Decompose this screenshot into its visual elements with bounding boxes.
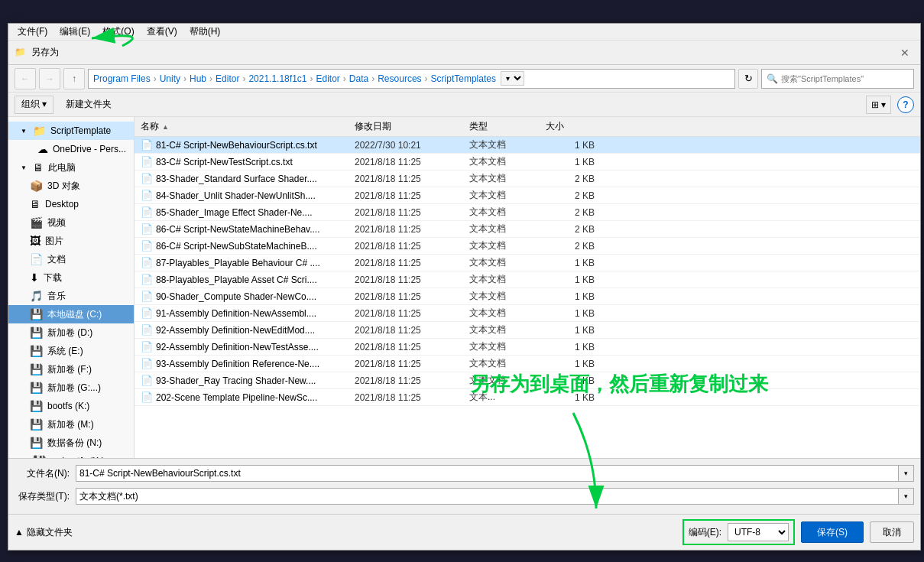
file-name-cell: 📄 83-Shader_Standard Surface Shader.... (135, 173, 349, 184)
file-row[interactable]: 📄 85-Shader_Image Effect Shader-Ne.... 2… (135, 204, 920, 221)
file-row[interactable]: 📄 90-Shader_Compute Shader-NewCo.... 202… (135, 288, 920, 305)
sidebar-label-drive-e: 系统 (E:) (47, 345, 83, 358)
file-icon: 📄 (141, 324, 153, 336)
file-row[interactable]: 📄 84-Shader_Unlit Shader-NewUnlitSh.... … (135, 187, 920, 204)
sidebar-item-drive-e[interactable]: 💾 系统 (E:) (8, 342, 134, 360)
sidebar-item-scripttemplates[interactable]: ▼ 📁 ScriptTemplate (8, 122, 134, 140)
sidebar-item-drive-f[interactable]: 💾 新加卷 (F:) (8, 360, 134, 378)
file-list-scroll[interactable]: 📄 81-C# Script-NewBehaviourScript.cs.txt… (135, 137, 920, 458)
file-row[interactable]: 📄 93-Assembly Definition Reference-Ne...… (135, 356, 920, 372)
sidebar-label-onedrive: OneDrive - Pers... (53, 144, 126, 154)
sidebar-item-3dobjects[interactable]: 📦 3D 对象 (8, 177, 134, 195)
col-header-name[interactable]: 名称 ▲ (135, 120, 349, 133)
file-row[interactable]: 📄 91-Assembly Definition-NewAssembl.... … (135, 305, 920, 322)
breadcrumb-unity[interactable]: Unity (160, 73, 180, 84)
organize-button[interactable]: 组织 ▾ (15, 96, 53, 114)
sidebar-item-drive-d[interactable]: 💾 新加卷 (D:) (8, 323, 134, 342)
file-type: 文本文档 (463, 256, 540, 269)
sidebar-item-pictures[interactable]: 🖼 图片 (8, 232, 134, 250)
file-date: 2021/8/18 11:25 (349, 174, 463, 184)
close-button[interactable]: ✕ (896, 44, 914, 62)
menu-file[interactable]: 文件(F) (11, 24, 53, 40)
refresh-button[interactable]: ↻ (738, 69, 758, 89)
sidebar-item-local-c[interactable]: 💾 本地磁盘 (C:) (8, 305, 134, 323)
sidebar-label-drive-m: 新加卷 (M:) (47, 418, 94, 431)
file-row[interactable]: 📄 86-C# Script-NewStateMachineBehav.... … (135, 221, 920, 238)
sidebar-item-videos[interactable]: 🎬 视频 (8, 213, 134, 232)
title-bar: 📁 另存为 ✕ (8, 41, 920, 65)
sidebar-item-onedrive[interactable]: ☁ OneDrive - Pers... (8, 140, 134, 158)
file-name-cell: 📄 93-Assembly Definition Reference-Ne...… (135, 358, 349, 369)
filetype-input[interactable] (76, 488, 899, 505)
file-date: 2021/8/18 11:25 (349, 308, 463, 319)
encoding-select[interactable]: UTF-8 (728, 523, 789, 541)
file-date: 2021/8/18 11:25 (349, 258, 463, 268)
filetype-dropdown[interactable]: ▾ (899, 488, 914, 505)
file-size: 1 KB (540, 325, 601, 336)
menu-help[interactable]: 帮助(H) (183, 24, 227, 40)
breadcrumb-dropdown[interactable]: ▾ (501, 71, 524, 86)
file-date: 2021/8/18 11:25 (349, 291, 463, 302)
sidebar-item-drive-m[interactable]: 💾 新加卷 (M:) (8, 415, 134, 434)
file-row[interactable]: 📄 92-Assembly Definition-NewTestAsse....… (135, 339, 920, 356)
sidebar-item-music[interactable]: 🎵 音乐 (8, 287, 134, 305)
menu-edit[interactable]: 编辑(E) (53, 24, 96, 40)
breadcrumb[interactable]: Program Files › Unity › Hub › Editor › 2… (88, 69, 735, 89)
file-name-cell: 📄 86-C# Script-NewStateMachineBehav.... (135, 223, 349, 235)
filename-dropdown[interactable]: ▾ (899, 465, 914, 482)
breadcrumb-hub[interactable]: Hub (190, 73, 206, 84)
filename-input[interactable] (76, 465, 899, 482)
col-header-size[interactable]: 大小 (540, 120, 601, 133)
search-input[interactable] (781, 74, 909, 83)
file-date: 2021/8/18 11:25 (349, 359, 463, 369)
file-name-text: 83-Shader_Standard Surface Shader.... (156, 174, 317, 184)
file-row[interactable]: 📄 83-Shader_Standard Surface Shader.... … (135, 171, 920, 187)
view-button[interactable]: ⊞ ▾ (866, 96, 891, 114)
video-icon: 🎬 (30, 216, 43, 229)
drive-c-icon: 💾 (30, 308, 43, 320)
sidebar-item-bootfs[interactable]: — 💾 — bootfs (K:) (8, 452, 134, 458)
file-name-cell: 📄 93-Shader_Ray Tracing Shader-New.... (135, 375, 349, 386)
breadcrumb-data[interactable]: Data (349, 73, 368, 84)
file-row[interactable]: 📄 88-Playables_Playable Asset C# Scri...… (135, 271, 920, 288)
new-folder-button[interactable]: 新建文件夹 (60, 96, 118, 114)
file-row[interactable]: 📄 81-C# Script-NewBehaviourScript.cs.txt… (135, 137, 920, 154)
col-header-date[interactable]: 修改日期 (349, 120, 463, 133)
menu-format[interactable]: 格式(O) (96, 24, 140, 40)
breadcrumb-scripttemplates[interactable]: ScriptTemplates (431, 73, 496, 84)
file-row[interactable]: 📄 86-C# Script-NewSubStateMachineB.... 2… (135, 238, 920, 255)
filetype-label: 保存类型(T): (15, 490, 76, 503)
file-date: 2021/8/18 11:25 (349, 224, 463, 235)
up-button[interactable]: ↑ (63, 68, 85, 89)
sidebar-item-docs[interactable]: 📄 文档 (8, 250, 134, 268)
file-row[interactable]: 📄 93-Shader_Ray Tracing Shader-New.... 2… (135, 372, 920, 389)
file-row[interactable]: 📄 87-Playables_Playable Behaviour C# ...… (135, 255, 920, 271)
breadcrumb-version[interactable]: 2021.1.18f1c1 (248, 73, 306, 84)
sidebar-item-thispc[interactable]: ▼ 🖥 此电脑 (8, 158, 134, 177)
quick-access-section: ▼ 📁 ScriptTemplate ☁ OneDrive - Pers... … (8, 120, 134, 458)
sidebar-item-drive-g[interactable]: 💾 新加卷 (G:...) (8, 378, 134, 397)
back-button[interactable]: ← (15, 68, 36, 89)
col-header-type[interactable]: 类型 (463, 120, 540, 133)
docs-icon: 📄 (30, 253, 43, 265)
help-button[interactable]: ? (897, 96, 914, 113)
file-row[interactable]: 📄 83-C# Script-NewTestScript.cs.txt 2021… (135, 154, 920, 171)
breadcrumb-editor2[interactable]: Editor (316, 73, 339, 84)
forward-button[interactable]: → (39, 68, 60, 89)
menu-view[interactable]: 查看(V) (141, 24, 183, 40)
file-date: 2021/8/18 11:25 (349, 392, 463, 403)
cancel-button[interactable]: 取消 (870, 521, 914, 543)
sidebar-item-downloads[interactable]: ⬇ 下载 (8, 268, 134, 287)
sidebar-item-drive-k[interactable]: 💾 bootfs (K:) (8, 397, 134, 415)
sidebar-item-drive-n[interactable]: 💾 数据备份 (N:) (8, 434, 134, 452)
file-name-text: 87-Playables_Playable Behaviour C# .... (156, 258, 320, 268)
file-row[interactable]: 📄 92-Assembly Definition-NewEditMod.... … (135, 322, 920, 339)
drive-f-icon: 💾 (30, 363, 43, 375)
breadcrumb-editor[interactable]: Editor (216, 73, 239, 84)
sidebar-label-scripttemplates: ScriptTemplate (50, 125, 111, 136)
file-row[interactable]: 📄 202-Scene Template Pipeline-NewSc.... … (135, 389, 920, 406)
breadcrumb-program-files[interactable]: Program Files (93, 73, 151, 84)
save-button[interactable]: 保存(S) (801, 521, 864, 543)
breadcrumb-resources[interactable]: Resources (378, 73, 421, 84)
sidebar-item-desktop[interactable]: 🖥 Desktop (8, 195, 134, 213)
